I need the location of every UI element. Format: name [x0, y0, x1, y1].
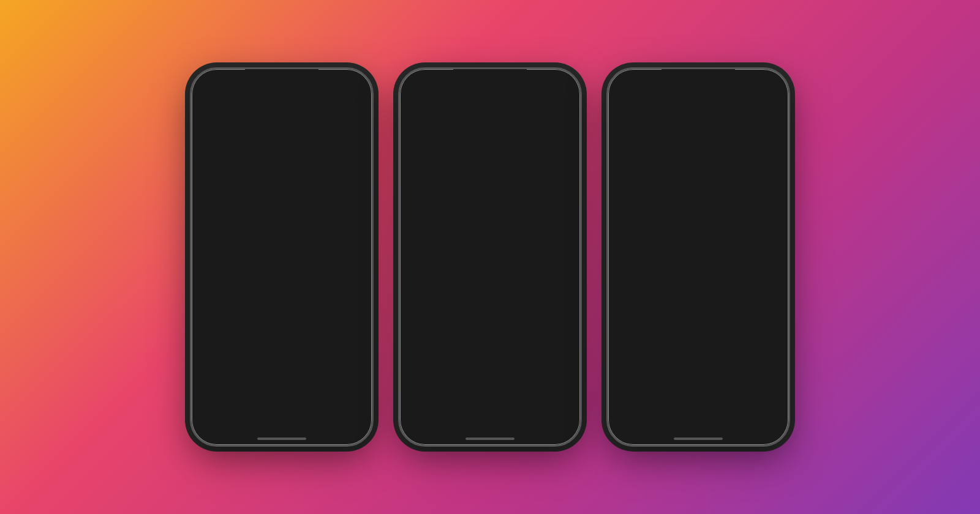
sort-filter-button[interactable]: Sort & Filter (1) — [725, 122, 778, 131]
phone-1-screen: 9:41 ▾ eloears + ≡ ♡ — [192, 69, 372, 445]
select-circle-2[interactable] — [656, 167, 667, 178]
status-icons-3: ▾ — [741, 80, 774, 88]
post-cell-5[interactable] — [608, 193, 652, 237]
post-cell-3[interactable] — [699, 136, 743, 181]
stat-followers[interactable]: — Followers — [282, 134, 311, 151]
signal-icon-3 — [741, 80, 751, 86]
select-circle-11[interactable] — [701, 280, 712, 291]
posts-count: — — [251, 134, 268, 144]
post-cell-9[interactable] — [608, 249, 652, 293]
select-circle-8[interactable] — [747, 223, 758, 234]
select-circle-5[interactable] — [611, 223, 622, 234]
select-circle-4[interactable] — [747, 167, 758, 178]
photos-videos-icon: ⬜ — [412, 253, 426, 266]
profile-banner[interactable]: Manage your photos, videos and more in Y… — [197, 112, 367, 128]
post-cell-18[interactable] — [654, 362, 698, 406]
archive-button[interactable]: Archive(4) — [608, 418, 699, 445]
links-visited-item[interactable]: 🔗 Links you've visited See which links y… — [400, 436, 580, 445]
posts-label: Posts — [251, 144, 268, 151]
select-circle-10[interactable] — [656, 280, 667, 291]
post-cell-1[interactable] — [608, 136, 652, 181]
select-circle-6[interactable] — [656, 223, 667, 234]
reels-nav-icon[interactable]: ▶ — [277, 427, 284, 439]
shop-nav-icon[interactable]: 🛍 — [311, 428, 320, 439]
activity-hero: One place to manage your activity We've … — [400, 111, 580, 199]
profile-nav-icon[interactable]: 👤 — [347, 427, 359, 439]
posts-filter-row: Newest to Oldest Sort & Filter (1) — [608, 117, 788, 136]
select-circle-18[interactable] — [656, 393, 667, 404]
time-spent-desc: See how much time you usually spend on I… — [434, 217, 556, 237]
home-nav-icon[interactable]: ⌂ — [205, 426, 212, 440]
recent-searches-item[interactable]: 🔍 Recent searches Review things you've s… — [400, 381, 580, 436]
recent-searches-title: Recent searches — [434, 389, 556, 398]
activity-list: ⏱ Time spent See how much time you usual… — [400, 199, 580, 445]
select-circle-9[interactable] — [611, 280, 622, 291]
interactions-item[interactable]: ↔ Interactions View, archive or delete c… — [400, 290, 580, 335]
time-spent-content: Time spent See how much time you usually… — [434, 207, 556, 237]
post-cell-8[interactable] — [744, 193, 788, 237]
post-cell-4[interactable] — [744, 136, 788, 181]
select-circle-12[interactable] — [747, 280, 758, 291]
select-circle-7[interactable] — [701, 223, 712, 234]
menu-icon[interactable]: ≡ — [338, 94, 345, 107]
post-cell-11[interactable] — [699, 249, 743, 293]
post-cell-14[interactable] — [654, 306, 698, 350]
add-post-icon[interactable]: + — [319, 94, 331, 107]
select-circle-19[interactable] — [701, 393, 712, 404]
status-bar-1: 9:41 ▾ — [192, 69, 372, 91]
post-cell-6[interactable] — [654, 193, 698, 237]
posts-header: ‹ Posts Cancel — [608, 91, 788, 117]
cancel-button[interactable]: Cancel — [754, 99, 778, 108]
post-cell-17[interactable] — [608, 362, 652, 406]
select-circle-20[interactable] — [747, 393, 758, 404]
username: eloears — [202, 94, 238, 106]
posts-bottom-actions: Archive(4) Delete(4) — [608, 417, 788, 445]
post-cell-16[interactable] — [744, 306, 788, 350]
select-circle-14[interactable] — [656, 337, 667, 348]
profile-location: NJ 🌿 CA 🌴 NY 🗽 — [202, 191, 362, 199]
account-history-item[interactable]: 📋 Account history Review changes you've … — [400, 335, 580, 381]
activity-header: ‹ Your activity — [400, 91, 580, 111]
post-cell-2[interactable] — [654, 136, 698, 181]
battery-icon-2 — [552, 80, 565, 87]
search-nav-icon[interactable]: 🔍 — [238, 427, 251, 439]
select-circle-16[interactable] — [747, 337, 758, 348]
battery-fill-1 — [345, 81, 353, 85]
stat-following[interactable]: — Following — [326, 134, 354, 151]
stat-posts[interactable]: — Posts — [251, 134, 268, 151]
post-cell-13[interactable] — [608, 306, 652, 350]
post-cell-12[interactable] — [744, 249, 788, 293]
interactions-content: Interactions View, archive or delete con… — [434, 297, 556, 327]
heart-icon[interactable]: ♡ — [352, 94, 362, 107]
back-button[interactable]: ‹ — [410, 93, 414, 107]
post-cell-7[interactable] — [699, 193, 743, 237]
followers-label: Followers — [282, 144, 311, 151]
post-cell-19[interactable] — [699, 362, 743, 406]
tagged-tab[interactable]: 👤 — [282, 227, 372, 255]
select-circle-13[interactable] — [611, 337, 622, 348]
interactions-icon: ↔ — [412, 298, 426, 311]
photo-cell-6 — [312, 311, 372, 370]
profile-header: eloears + ≡ ♡ — [192, 91, 372, 112]
select-circle-1[interactable] — [611, 167, 622, 178]
post-cell-15[interactable] — [699, 306, 743, 350]
sort-label: Newest to Oldest — [618, 122, 682, 131]
post-cell-10[interactable] — [654, 249, 698, 293]
wifi-icon-3: ▾ — [754, 80, 758, 88]
post-cell-20[interactable] — [744, 362, 788, 406]
select-circle-17[interactable] — [611, 393, 622, 404]
signal-icon-2 — [532, 80, 543, 86]
time-spent-item[interactable]: ⏱ Time spent See how much time you usual… — [400, 199, 580, 245]
photos-videos-item[interactable]: ⬜ Photos and videos View, archive or del… — [400, 245, 580, 290]
edit-profile-button[interactable]: Edit Profile — [202, 204, 362, 222]
status-time-1: 9:41 — [206, 79, 222, 88]
phone-3: 9:41 ▾ ‹ Posts Cancel Newest to — [606, 67, 790, 447]
delete-button[interactable]: Delete(4) — [699, 418, 789, 445]
stats-row: — Posts — Followers — Following — [243, 134, 362, 151]
photo-cell-4 — [192, 311, 251, 370]
posts-back-button[interactable]: ‹ — [618, 95, 622, 111]
activity-page-title: Your activity — [463, 95, 518, 105]
select-circle-15[interactable] — [701, 337, 712, 348]
grid-tab[interactable]: ⊞ — [192, 227, 282, 255]
select-circle-3[interactable] — [701, 167, 712, 178]
